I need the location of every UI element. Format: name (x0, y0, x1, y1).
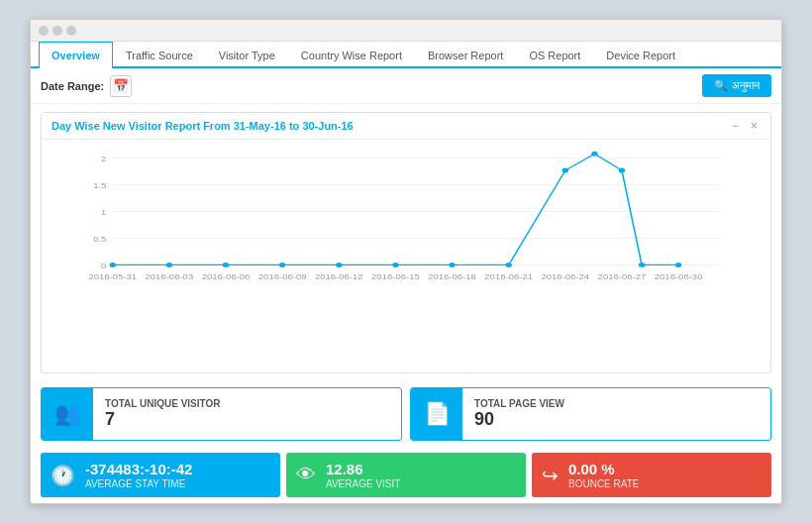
page-view-value: 90 (474, 409, 759, 430)
browser-bar (31, 20, 781, 42)
svg-text:2016-06-30: 2016-06-30 (655, 272, 703, 281)
unique-visitor-label: TOTAL UNIQUE VISITOR (105, 398, 389, 409)
date-range-bar: Date Range: 📅 🔍 अनुमान (31, 68, 781, 104)
chart-body: 2 1.5 1 0.5 0 2016-05-31 2016-06-03 2016… (42, 140, 770, 313)
svg-text:2016-06-24: 2016-06-24 (541, 272, 589, 281)
svg-point-29 (562, 168, 568, 173)
unique-visitor-icon: 👥 (42, 388, 93, 440)
svg-point-24 (279, 262, 285, 267)
bounce-rate-info: 0.00 % Bounce Rate (568, 461, 640, 489)
close-button[interactable]: × (748, 119, 761, 133)
svg-point-33 (675, 262, 681, 267)
calendar-icon[interactable]: 📅 (110, 75, 132, 97)
svg-point-27 (449, 262, 455, 267)
chart-svg: 2 1.5 1 0.5 0 2016-05-31 2016-06-03 2016… (81, 150, 731, 283)
svg-point-25 (336, 262, 342, 267)
tab-os-report[interactable]: OS Report (516, 42, 593, 68)
tab-visitor-type[interactable]: Visitor Type (206, 42, 288, 68)
browser-btn-2 (52, 26, 62, 36)
date-range-left: Date Range: 📅 (41, 75, 132, 97)
apply-label: अनुमान (732, 79, 760, 92)
avg-stay-info: -374483:-10:-42 Average Stay Time (85, 461, 192, 489)
chart-title: Day Wise New Visitor Report From 31-May-… (51, 120, 354, 132)
tab-overview[interactable]: Overview (39, 42, 113, 68)
unique-visitor-value: 7 (105, 409, 389, 430)
svg-point-32 (639, 262, 645, 267)
browser-frame: Overview Traffic Source Visitor Type Cou… (30, 19, 782, 504)
page-view-icon: 📄 (411, 388, 462, 440)
unique-visitor-info: TOTAL UNIQUE VISITOR 7 (93, 392, 401, 436)
svg-point-28 (506, 262, 512, 267)
browser-content: Overview Traffic Source Visitor Type Cou… (31, 42, 781, 503)
svg-point-22 (166, 262, 172, 267)
tab-country-wise[interactable]: Country Wise Report (288, 42, 415, 68)
svg-text:1.5: 1.5 (93, 181, 106, 190)
svg-text:2: 2 (101, 155, 107, 163)
avg-stay-icon: 🕐 (51, 464, 75, 487)
chart-controls: − × (729, 119, 761, 133)
svg-text:2016-06-15: 2016-06-15 (371, 272, 420, 281)
avg-visit-label: Average Visit (326, 478, 400, 489)
minimize-button[interactable]: − (729, 119, 742, 133)
date-range-label: Date Range: (41, 80, 104, 92)
chart-header: Day Wise New Visitor Report From 31-May-… (42, 113, 770, 140)
svg-text:0: 0 (101, 262, 107, 270)
bottom-row: 🕐 -374483:-10:-42 Average Stay Time 👁 12… (41, 453, 771, 497)
browser-btn-3 (66, 26, 76, 36)
avg-stay-label: Average Stay Time (85, 478, 192, 489)
chart-section: Day Wise New Visitor Report From 31-May-… (41, 112, 771, 373)
unique-visitor-card: 👥 TOTAL UNIQUE VISITOR 7 (41, 387, 402, 441)
svg-text:2016-06-18: 2016-06-18 (428, 272, 476, 281)
tabs-bar: Overview Traffic Source Visitor Type Cou… (31, 42, 781, 68)
svg-text:1: 1 (101, 208, 107, 217)
bounce-rate-card: ↪ 0.00 % Bounce Rate (532, 453, 771, 497)
bounce-rate-icon: ↪ (542, 464, 558, 487)
apply-button[interactable]: 🔍 अनुमान (702, 74, 771, 97)
svg-text:2016-06-09: 2016-06-09 (258, 272, 307, 281)
page-view-info: TOTAL PAGE VIEW 90 (462, 392, 770, 436)
page-view-card: 📄 TOTAL PAGE VIEW 90 (410, 387, 771, 441)
avg-visit-icon: 👁 (296, 464, 316, 486)
avg-stay-value: -374483:-10:-42 (85, 461, 192, 478)
tab-browser-report[interactable]: Browser Report (415, 42, 516, 68)
svg-text:2016-06-12: 2016-06-12 (315, 272, 363, 281)
svg-text:2016-06-06: 2016-06-06 (202, 272, 251, 281)
avg-visit-value: 12.86 (326, 461, 400, 478)
svg-point-23 (223, 262, 229, 267)
bounce-rate-label: Bounce Rate (568, 478, 640, 489)
avg-visit-info: 12.86 Average Visit (326, 461, 400, 489)
stats-row: 👥 TOTAL UNIQUE VISITOR 7 📄 TOTAL PAGE VI… (41, 387, 771, 441)
tab-device-report[interactable]: Device Report (593, 42, 688, 68)
avg-stay-card: 🕐 -374483:-10:-42 Average Stay Time (41, 453, 280, 497)
svg-text:2016-06-03: 2016-06-03 (146, 272, 194, 281)
bounce-rate-value: 0.00 % (568, 461, 640, 478)
browser-btn-1 (39, 26, 49, 36)
svg-text:2016-05-31: 2016-05-31 (88, 272, 137, 281)
apply-icon: 🔍 (714, 79, 728, 92)
svg-point-21 (110, 262, 116, 267)
svg-text:2016-06-21: 2016-06-21 (484, 272, 533, 281)
avg-visit-card: 👁 12.86 Average Visit (286, 453, 526, 497)
svg-point-26 (392, 262, 398, 267)
svg-point-31 (619, 168, 625, 173)
page-view-label: TOTAL PAGE VIEW (474, 398, 759, 409)
svg-text:0.5: 0.5 (93, 235, 106, 244)
svg-text:2016-06-27: 2016-06-27 (598, 272, 647, 281)
tab-traffic-source[interactable]: Traffic Source (113, 42, 206, 68)
svg-point-30 (591, 152, 597, 157)
